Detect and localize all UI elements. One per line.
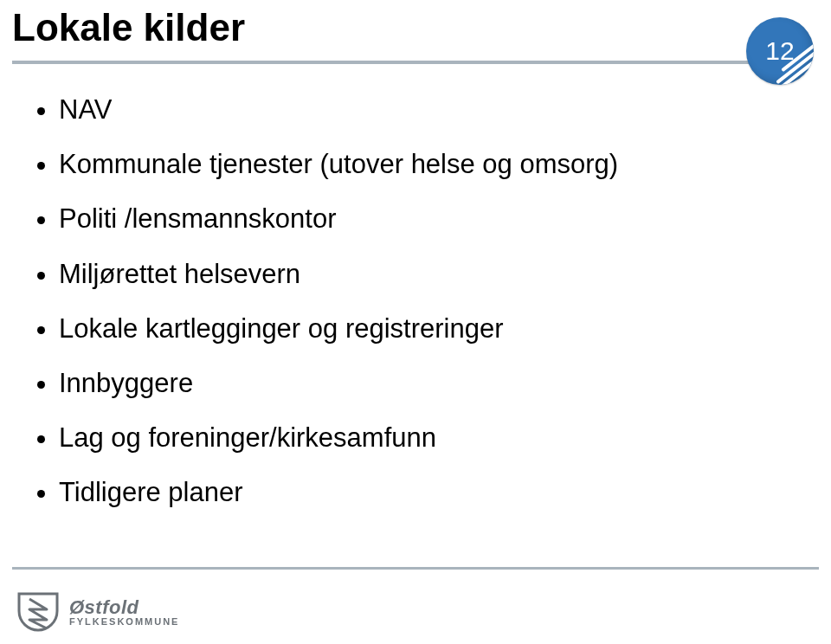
list-item: Lokale kartlegginger og registreringer: [59, 312, 796, 345]
page-number: 12: [765, 36, 794, 66]
title-block: Lokale kilder: [12, 7, 753, 64]
list-item: NAV: [59, 93, 796, 126]
slide: Lokale kilder 12 NAV Kommunale tjenester…: [0, 0, 831, 644]
list-item: Politi /lensmannskontor: [59, 203, 796, 235]
bullet-list: NAV Kommunale tjenester (utover helse og…: [35, 93, 796, 509]
list-item: Miljørettet helsevern: [59, 258, 796, 290]
list-item: Tidligere planer: [59, 476, 796, 508]
logo-subtitle: FYLKESKOMMUNE: [69, 617, 179, 628]
shield-icon: [16, 592, 61, 632]
footer-divider: [12, 567, 819, 570]
logo-text: Østfold FYLKESKOMMUNE: [69, 597, 179, 628]
page-title: Lokale kilder: [12, 7, 753, 48]
list-item: Innbyggere: [59, 367, 796, 399]
list-item: Kommunale tjenester (utover helse og oms…: [59, 148, 796, 180]
logo-name: Østfold: [69, 597, 179, 617]
list-item: Lag og foreninger/kirkesamfunn: [59, 422, 796, 454]
page-number-badge: 12: [746, 17, 814, 85]
footer-logo: Østfold FYLKESKOMMUNE: [16, 592, 179, 632]
content-area: NAV Kommunale tjenester (utover helse og…: [35, 93, 796, 531]
title-divider: [12, 61, 753, 64]
